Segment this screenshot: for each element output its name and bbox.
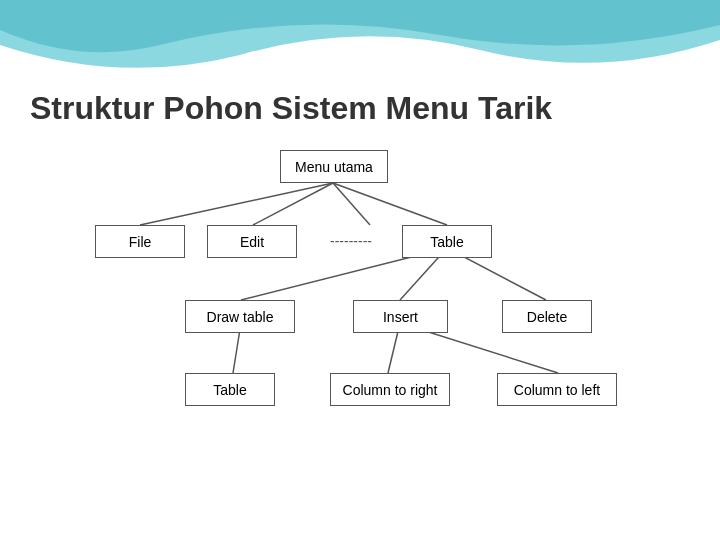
node-edit: Edit (207, 225, 297, 258)
svg-line-3 (333, 183, 447, 225)
tree-container: Menu utama File Edit --------- Table Dra… (0, 145, 720, 540)
node-delete: Delete (502, 300, 592, 333)
wave-header (0, 0, 720, 80)
svg-line-0 (140, 183, 333, 225)
node-insert: Insert (353, 300, 448, 333)
svg-line-2 (333, 183, 370, 225)
node-menu-utama: Menu utama (280, 150, 388, 183)
page-title: Struktur Pohon Sistem Menu Tarik (30, 90, 552, 127)
node-draw-table: Draw table (185, 300, 295, 333)
svg-line-1 (253, 183, 333, 225)
node-column-right: Column to right (330, 373, 450, 406)
tree-connectors (0, 145, 720, 540)
node-table-bottom: Table (185, 373, 275, 406)
node-dots: --------- (330, 233, 372, 249)
node-column-left: Column to left (497, 373, 617, 406)
node-file: File (95, 225, 185, 258)
node-table-top: Table (402, 225, 492, 258)
